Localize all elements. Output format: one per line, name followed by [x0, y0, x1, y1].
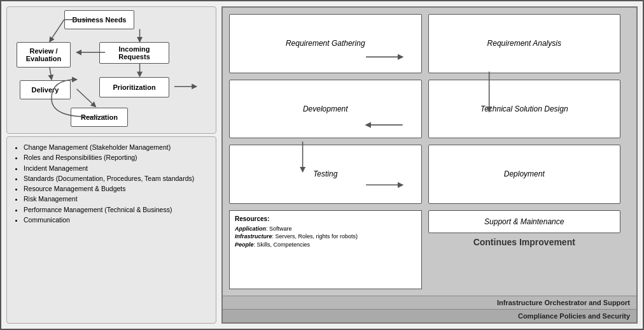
resources-application: ApplicationApplication: Software: Softwa…	[235, 225, 416, 233]
list-item: Communication	[24, 215, 208, 225]
realization-box: Realization	[71, 108, 128, 127]
main-container: Business Needs Incoming Requests Review …	[0, 0, 644, 330]
svg-line-6	[77, 89, 96, 107]
business-needs-box: Business Needs	[64, 10, 134, 29]
infrastructure-bar: Infrastructure Orchestrator and Support	[223, 296, 636, 309]
svg-line-4	[50, 20, 64, 42]
prioritization-box: Prioritization	[99, 77, 169, 97]
list-item: Incident Management	[24, 163, 208, 173]
deployment-box: Deployment	[428, 145, 621, 204]
resources-box: Resources: ApplicationApplication: Softw…	[229, 210, 422, 289]
requirement-gathering-box: Requirement Gathering	[229, 14, 422, 73]
delivery-box: Delivery	[20, 80, 71, 99]
technical-solution-design-box: Technical Solution Design	[428, 80, 621, 139]
list-item: Resource Management & Budgets	[24, 183, 208, 194]
list-item: Risk Management	[24, 194, 208, 204]
top-section: Business Needs Incoming Requests Review …	[6, 6, 638, 324]
continues-improvement-label: Continues Improvement	[428, 237, 621, 247]
requirement-analysis-box: Requirement Analysis	[428, 14, 621, 73]
right-panel: Robots Lifecycle Requirement Gathering R…	[221, 6, 638, 324]
flow-diagram: Business Needs Incoming Requests Review …	[6, 6, 216, 134]
list-item: Standards (Documentation, Procedures, Te…	[24, 173, 208, 183]
development-box: Development	[229, 80, 422, 139]
list-item: Change Management (Stakeholder Managemen…	[24, 142, 208, 152]
resources-infrastructure: Infrastructure: Servers, Roles, rights f…	[235, 233, 416, 241]
resources-people: People: Skills, Competencies	[235, 241, 416, 249]
lifecycle-inner: Requirement Gathering Requirement Analys…	[223, 8, 636, 296]
resources-title: Resources:	[235, 215, 416, 224]
compliance-bar: Compliance Policies and Security	[223, 309, 636, 322]
management-list: Change Management (Stakeholder Managemen…	[15, 142, 208, 225]
bullet-list: Change Management (Stakeholder Managemen…	[6, 136, 216, 324]
left-panel: Business Needs Incoming Requests Review …	[6, 6, 216, 324]
list-item: Roles and Responsibilities (Reporting)	[24, 152, 208, 162]
bottom-bars: Infrastructure Orchestrator and Support …	[223, 296, 636, 322]
review-evaluation-box: Review / Evaluation	[17, 42, 71, 68]
list-item: Performance Management (Technical & Busi…	[24, 204, 208, 215]
testing-box: Testing	[229, 145, 422, 204]
support-maintenance-box: Support & Maintenance	[428, 210, 621, 233]
svg-line-5	[50, 67, 52, 80]
incoming-requests-box: Incoming Requests	[99, 42, 169, 64]
